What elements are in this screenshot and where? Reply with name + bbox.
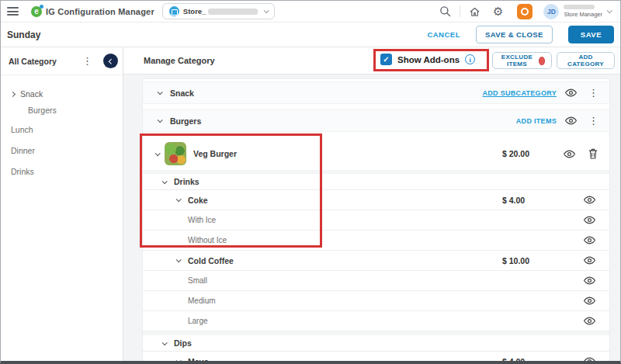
show-addons-toggle[interactable]: ✓ Show Add-ons i [380, 54, 475, 65]
toolbar-buttons: CANCEL SAVE & CLOSE SAVE [427, 26, 614, 43]
category-row-burgers[interactable]: Burgers ADD ITEMS ⋮ [143, 109, 609, 132]
variant-label: Large [188, 317, 208, 325]
eye-icon[interactable] [584, 196, 595, 204]
variant-row-with-ice[interactable]: With Ice [143, 210, 609, 231]
eye-icon[interactable] [584, 317, 595, 325]
addon-label: Cold Coffee [188, 256, 234, 265]
variant-row-without-ice[interactable]: Without Ice [143, 231, 609, 251]
sidebar-title: All Category [9, 57, 57, 66]
eye-icon[interactable] [584, 236, 595, 244]
eye-icon[interactable] [584, 216, 595, 224]
sidebar-header: All Category ⋮ [1, 47, 123, 75]
store-icon [169, 6, 179, 16]
eye-icon[interactable] [565, 88, 577, 97]
eye-icon[interactable] [564, 150, 575, 158]
sidebar-item-snack[interactable]: Snack [11, 89, 123, 99]
sidebar-item-drinks[interactable]: Drinks [11, 167, 123, 176]
hamburger-menu-icon[interactable] [7, 7, 19, 16]
add-items-link[interactable]: ADD ITEMS [516, 117, 557, 125]
chevron-down-icon[interactable] [607, 8, 612, 13]
manage-category-panel: Snack ADD SUBCATEGORY ⋮ Burgers ADD ITEM… [142, 78, 610, 364]
chevron-down-icon[interactable] [176, 358, 182, 363]
category-label: Snack [170, 88, 194, 98]
eye-icon[interactable] [584, 276, 595, 285]
app-launcher-icon[interactable] [517, 4, 533, 19]
category-row-snack[interactable]: Snack ADD SUBCATEGORY ⋮ [143, 81, 609, 104]
store-selector[interactable]: Store_ [162, 3, 276, 19]
addon-group-row-drinks[interactable]: Drinks [143, 170, 609, 190]
add-subcategory-link[interactable]: ADD SUBCATEGORY [482, 89, 557, 97]
eye-icon[interactable] [584, 296, 595, 305]
item-row-veg-burger[interactable]: Veg Burger $ 20.00 [143, 137, 609, 170]
chevron-down-icon[interactable] [176, 257, 182, 262]
kebab-menu-icon[interactable]: ⋮ [82, 56, 92, 66]
sidebar-item-label: Drinks [11, 167, 34, 176]
chevron-down-icon[interactable] [158, 117, 163, 123]
chevron-down-icon[interactable] [162, 340, 168, 345]
add-category-button[interactable]: ADD CATEGORY [557, 52, 615, 69]
main-content: Manage Category ✓ Show Add-ons i EXCLUDE… [123, 47, 620, 361]
addon-group-label: Drinks [174, 177, 199, 186]
checkbox-checked-icon[interactable]: ✓ [380, 54, 392, 65]
addon-row-cold-coffee[interactable]: Cold Coffee $ 10.00 [143, 251, 609, 271]
variant-row-small[interactable]: Small [143, 271, 609, 291]
exclude-items-button[interactable]: EXCLUDE ITEMS [492, 52, 552, 69]
search-icon[interactable] [439, 5, 451, 17]
sidebar-item-label: Lunch [11, 125, 33, 134]
addon-price: $ 10.00 [502, 256, 529, 265]
sidebar-item-dinner[interactable]: Dinner [11, 146, 123, 155]
avatar[interactable]: JD [543, 4, 559, 19]
save-and-close-button[interactable]: SAVE & CLOSE [476, 26, 553, 43]
sidebar-item-lunch[interactable]: Lunch [11, 125, 123, 134]
add-category-label: ADD CATEGORY [564, 54, 608, 68]
sidebar-item-label: Dinner [11, 146, 35, 155]
chevron-right-icon [10, 91, 16, 96]
manage-category-header: Manage Category ✓ Show Add-ons i EXCLUDE… [123, 47, 620, 75]
addon-label: Coke [188, 196, 208, 205]
chevron-down-icon [264, 8, 269, 13]
variant-row-medium[interactable]: Medium [143, 291, 609, 311]
excluded-items-badge [539, 57, 545, 65]
sidebar-collapse-button[interactable] [103, 54, 118, 68]
chevron-down-icon[interactable] [176, 196, 182, 202]
addon-group-row-dips[interactable]: Dips [143, 331, 609, 352]
trash-icon[interactable] [588, 148, 598, 159]
addon-label: Mayo [188, 357, 209, 364]
category-label: Burgers [170, 116, 201, 126]
eye-icon[interactable] [584, 256, 595, 265]
addon-row-mayo[interactable]: Mayo $ 4.00 [143, 352, 609, 364]
divider [460, 6, 460, 17]
gear-icon[interactable]: ⚙ [493, 5, 503, 17]
logo-icon: e [31, 6, 42, 17]
variant-label: With Ice [188, 216, 216, 224]
chevron-down-icon[interactable] [158, 89, 163, 95]
redacted-store-name [208, 9, 258, 15]
app-title: IG Configuration Manager [46, 7, 154, 16]
chevron-down-icon[interactable] [162, 179, 168, 184]
chevron-down-icon[interactable] [155, 151, 161, 156]
cancel-button[interactable]: CANCEL [427, 30, 460, 39]
kebab-menu-icon[interactable]: ⋮ [588, 88, 598, 98]
eye-icon[interactable] [565, 116, 577, 125]
save-button[interactable]: SAVE [568, 26, 614, 43]
addon-group-label: Dips [174, 338, 192, 348]
eye-icon[interactable] [584, 357, 595, 364]
item-thumbnail [165, 142, 186, 165]
store-selector-label: Store_ [183, 7, 206, 16]
item-price: $ 20.00 [502, 149, 529, 158]
kebab-menu-icon[interactable]: ⋮ [588, 116, 598, 126]
sidebar-item-label: Snack [20, 89, 43, 99]
app-logo: e IG Configuration Manager [31, 6, 154, 17]
addon-price: $ 4.00 [502, 357, 525, 364]
redacted-user-name [564, 5, 595, 9]
variant-label: Medium [188, 296, 216, 305]
addon-row-coke[interactable]: Coke $ 4.00 [143, 190, 609, 210]
sidebar-category-list: Snack Burgers Lunch Dinner Drinks [1, 75, 123, 176]
info-icon[interactable]: i [465, 54, 475, 64]
variant-label: Small [188, 276, 207, 285]
sidebar-item-burgers[interactable]: Burgers [11, 106, 123, 115]
page-title: Sunday [7, 29, 40, 40]
home-icon[interactable] [469, 6, 480, 17]
sidebar-item-label: Burgers [28, 106, 57, 115]
variant-row-large[interactable]: Large [143, 311, 609, 331]
